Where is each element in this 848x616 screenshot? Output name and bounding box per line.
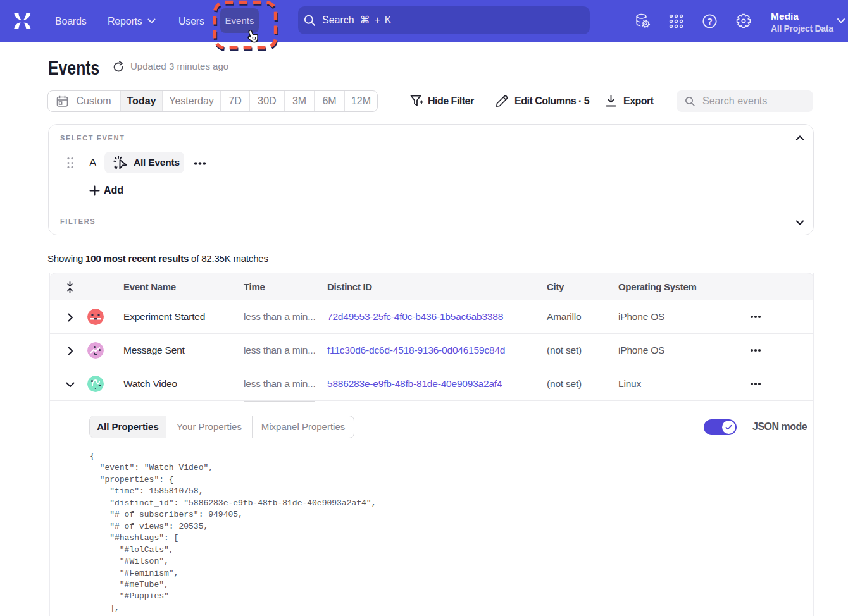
svg-text:?: ?	[707, 16, 713, 27]
